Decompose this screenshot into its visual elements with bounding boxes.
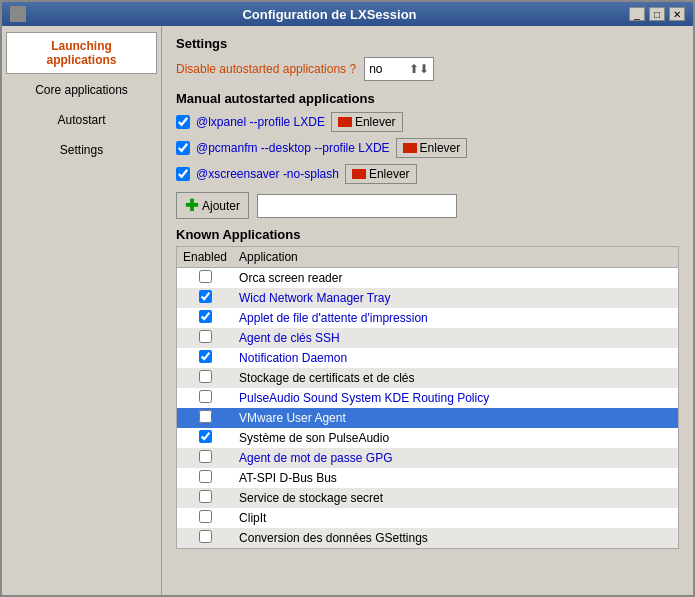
known-app-checkbox-1[interactable]	[199, 290, 212, 303]
known-title: Known Applications	[176, 227, 679, 242]
known-app-checkbox-3[interactable]	[199, 330, 212, 343]
add-button[interactable]: ✚ Ajouter	[176, 192, 249, 219]
known-app-checkbox-6[interactable]	[199, 390, 212, 403]
known-app-checkbox-12[interactable]	[199, 510, 212, 523]
enabled-cell	[177, 348, 233, 368]
main-window: Configuration de LXSession _ □ ✕ Launchi…	[0, 0, 695, 597]
main-panel: Settings Disable autostarted application…	[162, 26, 693, 595]
application-name-cell: Notification Daemon	[233, 348, 678, 368]
app-name: AT-SPI D-Bus Bus	[239, 471, 337, 485]
enabled-cell	[177, 288, 233, 308]
app-name: PulseAudio Sound System KDE Routing Poli…	[239, 391, 489, 405]
table-row[interactable]: Service de stockage secret	[177, 488, 678, 508]
sidebar-item-core-applications[interactable]: Core applications	[6, 76, 157, 104]
remove-label-0: Enlever	[355, 115, 396, 129]
known-app-checkbox-13[interactable]	[199, 530, 212, 543]
disable-autostart-select[interactable]: no ⬆⬇	[364, 57, 434, 81]
enabled-cell	[177, 528, 233, 548]
autostart-label-1: @pcmanfm --desktop --profile LXDE	[196, 141, 390, 155]
enabled-cell	[177, 308, 233, 328]
add-input[interactable]	[257, 194, 457, 218]
app-name: Agent de mot de passe GPG	[239, 451, 392, 465]
sidebar-item-label: Launching applications	[46, 39, 116, 67]
app-name: Applet de file d'attente d'impression	[239, 311, 428, 325]
known-app-checkbox-2[interactable]	[199, 310, 212, 323]
known-apps-table-container: Enabled Application Orca screen readerWi…	[176, 246, 679, 549]
maximize-button[interactable]: □	[649, 7, 665, 21]
autostart-checkbox-2[interactable]	[176, 167, 190, 181]
application-name-cell: Conversion des données GSettings	[233, 528, 678, 548]
sidebar-item-label: Autostart	[57, 113, 105, 127]
disable-autostart-value: no	[369, 62, 382, 76]
known-app-checkbox-7[interactable]	[199, 410, 212, 423]
known-apps-table: Enabled Application Orca screen readerWi…	[177, 247, 678, 548]
select-arrow-icon: ⬆⬇	[409, 62, 429, 76]
disable-autostart-row: Disable autostarted applications ? no ⬆⬇	[176, 57, 679, 81]
table-row[interactable]: Wicd Network Manager Tray	[177, 288, 678, 308]
application-name-cell: Agent de mot de passe GPG	[233, 448, 678, 468]
application-name-cell: Service de stockage secret	[233, 488, 678, 508]
known-app-checkbox-8[interactable]	[199, 430, 212, 443]
sidebar: Launching applications Core applications…	[2, 26, 162, 595]
sidebar-item-label: Settings	[60, 143, 103, 157]
window-title: Configuration de LXSession	[30, 7, 629, 22]
sidebar-item-launching-applications[interactable]: Launching applications	[6, 32, 157, 74]
enabled-cell	[177, 408, 233, 428]
autostart-entry-2: @xscreensaver -no-splash Enlever	[176, 164, 679, 184]
application-name-cell: Stockage de certificats et de clés	[233, 368, 678, 388]
table-row[interactable]: Applet de file d'attente d'impression	[177, 308, 678, 328]
table-row[interactable]: AT-SPI D-Bus Bus	[177, 468, 678, 488]
app-name: Orca screen reader	[239, 271, 342, 285]
sidebar-item-settings[interactable]: Settings	[6, 136, 157, 164]
known-app-checkbox-4[interactable]	[199, 350, 212, 363]
table-row[interactable]: VMware User Agent	[177, 408, 678, 428]
add-button-label: Ajouter	[202, 199, 240, 213]
app-name: Agent de clés SSH	[239, 331, 340, 345]
table-row[interactable]: Notification Daemon	[177, 348, 678, 368]
table-row[interactable]: Orca screen reader	[177, 268, 678, 289]
app-name: Conversion des données GSettings	[239, 531, 428, 545]
application-name-cell: Applet de file d'attente d'impression	[233, 308, 678, 328]
col-header-enabled: Enabled	[177, 247, 233, 268]
table-row[interactable]: Système de son PulseAudio	[177, 428, 678, 448]
remove-button-1[interactable]: Enlever	[396, 138, 468, 158]
known-app-checkbox-10[interactable]	[199, 470, 212, 483]
enabled-cell	[177, 488, 233, 508]
known-app-checkbox-11[interactable]	[199, 490, 212, 503]
table-header-row: Enabled Application	[177, 247, 678, 268]
enabled-cell	[177, 448, 233, 468]
add-row: ✚ Ajouter	[176, 192, 679, 219]
table-row[interactable]: ClipIt	[177, 508, 678, 528]
autostart-checkbox-0[interactable]	[176, 115, 190, 129]
application-name-cell: Orca screen reader	[233, 268, 678, 289]
add-icon: ✚	[185, 196, 198, 215]
application-name-cell: Wicd Network Manager Tray	[233, 288, 678, 308]
table-row[interactable]: PulseAudio Sound System KDE Routing Poli…	[177, 388, 678, 408]
enabled-cell	[177, 388, 233, 408]
close-button[interactable]: ✕	[669, 7, 685, 21]
known-app-checkbox-9[interactable]	[199, 450, 212, 463]
remove-button-2[interactable]: Enlever	[345, 164, 417, 184]
table-row[interactable]: Agent de mot de passe GPG	[177, 448, 678, 468]
table-row[interactable]: Conversion des données GSettings	[177, 528, 678, 548]
col-header-application: Application	[233, 247, 678, 268]
application-name-cell: VMware User Agent	[233, 408, 678, 428]
enabled-cell	[177, 508, 233, 528]
app-name: Wicd Network Manager Tray	[239, 291, 390, 305]
autostart-checkbox-1[interactable]	[176, 141, 190, 155]
remove-button-0[interactable]: Enlever	[331, 112, 403, 132]
application-name-cell: Système de son PulseAudio	[233, 428, 678, 448]
minimize-button[interactable]: _	[629, 7, 645, 21]
remove-label-2: Enlever	[369, 167, 410, 181]
known-app-checkbox-0[interactable]	[199, 270, 212, 283]
manual-title: Manual autostarted applications	[176, 91, 679, 106]
application-name-cell: AT-SPI D-Bus Bus	[233, 468, 678, 488]
app-name: Stockage de certificats et de clés	[239, 371, 414, 385]
table-row[interactable]: Agent de clés SSH	[177, 328, 678, 348]
known-app-checkbox-5[interactable]	[199, 370, 212, 383]
sidebar-item-autostart[interactable]: Autostart	[6, 106, 157, 134]
remove-icon-2	[352, 169, 366, 179]
table-row[interactable]: Stockage de certificats et de clés	[177, 368, 678, 388]
titlebar: Configuration de LXSession _ □ ✕	[2, 2, 693, 26]
sidebar-item-label: Core applications	[35, 83, 128, 97]
